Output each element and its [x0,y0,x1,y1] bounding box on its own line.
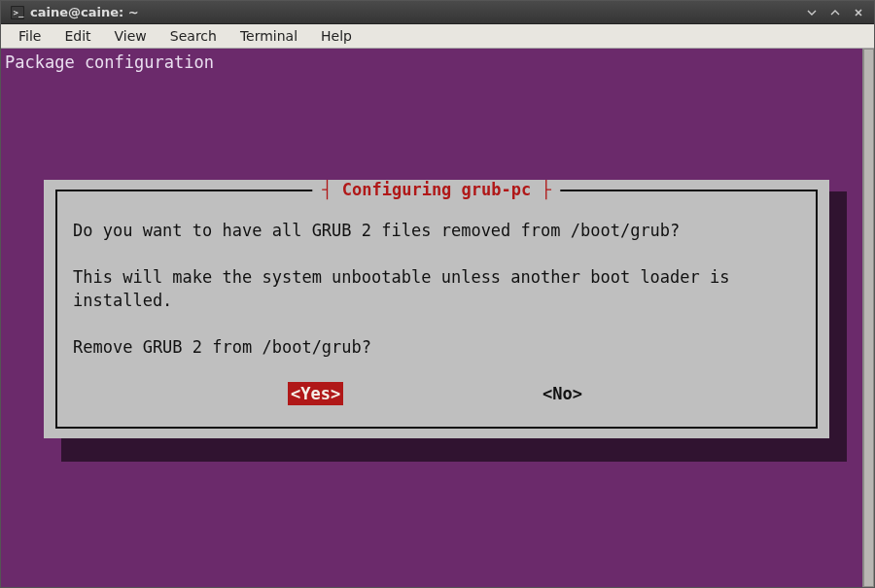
dialog-paragraph-1: Do you want to have all GRUB 2 files rem… [73,219,800,242]
terminal-window: >_ caine@caine: ~ File Edit View Search … [0,0,875,588]
maximize-button[interactable] [825,6,845,19]
svg-text:>_: >_ [14,8,24,17]
titlebar: >_ caine@caine: ~ [1,1,874,24]
vertical-scrollbar[interactable] [862,49,874,587]
window-controls [802,6,868,19]
dialog-box: ┤ Configuring grub-pc ├ Do you want to h… [44,180,829,438]
dialog-title-decor-right: ├ [531,180,550,199]
close-button[interactable] [849,6,868,19]
dialog-title-decor-left: ┤ [322,180,341,199]
dialog-title-text: Configuring grub-pc [342,180,531,199]
terminal-header-text: Package configuration [5,51,858,74]
dialog-container: ┤ Configuring grub-pc ├ Do you want to h… [44,180,829,438]
menubar: File Edit View Search Terminal Help [1,24,874,49]
dialog-title: ┤ Configuring grub-pc ├ [312,180,560,199]
minimize-button[interactable] [802,6,822,19]
menu-view[interactable]: View [105,26,157,46]
dialog-paragraph-2: This will make the system unbootable unl… [73,265,800,312]
no-button[interactable]: <No> [540,382,585,405]
menu-terminal[interactable]: Terminal [230,26,307,46]
menu-file[interactable]: File [9,26,51,46]
yes-button[interactable]: <Yes> [288,382,343,405]
terminal-body[interactable]: Package configuration ┤ Configuring grub… [1,49,862,587]
menu-search[interactable]: Search [160,26,227,46]
menu-help[interactable]: Help [311,26,362,46]
scrollbar-thumb[interactable] [863,49,874,587]
terminal-area: Package configuration ┤ Configuring grub… [1,49,874,587]
dialog-paragraph-3: Remove GRUB 2 from /boot/grub? [73,335,800,359]
dialog-content: Do you want to have all GRUB 2 files rem… [63,211,810,415]
terminal-icon: >_ [11,6,24,19]
window-title: caine@caine: ~ [30,5,139,19]
dialog-button-row: <Yes> <No> [73,382,800,411]
menu-edit[interactable]: Edit [54,26,100,46]
